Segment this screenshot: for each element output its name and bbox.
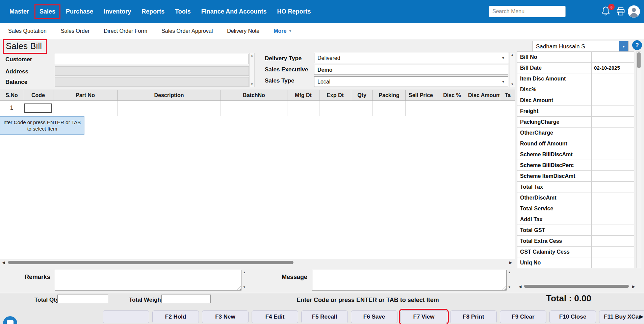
scroll-up-icon[interactable]: ▲ <box>243 271 246 274</box>
scroll-left-icon[interactable]: ◀ <box>519 284 521 289</box>
row-packing-cell[interactable] <box>373 101 406 116</box>
user-dropdown[interactable]: Sadham Hussain S ▼ <box>533 41 628 52</box>
f8-print-button[interactable]: F8 Print <box>450 310 497 323</box>
scroll-up-icon[interactable]: ▲ <box>251 53 254 58</box>
scroll-down-icon[interactable]: ▼ <box>511 82 514 87</box>
subnav-more[interactable]: More ▼ <box>274 28 292 34</box>
scroll-right-icon[interactable]: ▶ <box>632 284 635 289</box>
row-mfg-dt-cell[interactable] <box>287 101 319 116</box>
sales-type-select[interactable]: Local ▼ <box>314 76 508 87</box>
row-qty-cell[interactable] <box>351 101 373 116</box>
summary-field-label: Round off Amount <box>517 138 591 149</box>
sales-executive-field[interactable]: Demo <box>314 65 508 75</box>
row-part-no-cell[interactable] <box>53 101 118 116</box>
summary-field-label: Scheme BillDiscAmt <box>517 149 591 160</box>
notifications-button[interactable]: 3 <box>601 6 612 18</box>
nav-item-finance-and-accounts[interactable]: Finance And Accounts <box>197 5 271 18</box>
f3-new-button[interactable]: F3 New <box>202 310 249 323</box>
nav-item-reports[interactable]: Reports <box>137 5 169 18</box>
summary-field-label: Total Extra Cess <box>517 236 591 246</box>
chat-support-button[interactable] <box>3 316 18 324</box>
horizontal-scrollbar-thumb[interactable] <box>8 261 293 264</box>
items-table-header: S.No Code Part No Description BatchNo Mf… <box>0 90 515 101</box>
customer-input[interactable] <box>55 54 249 64</box>
row-tax-cell[interactable] <box>500 101 515 116</box>
row-disc-amount-cell[interactable] <box>468 101 500 116</box>
fkey-blank-button[interactable] <box>103 310 149 323</box>
remarks-textarea[interactable] <box>55 270 241 291</box>
f10-close-button[interactable]: F10 Close <box>549 310 596 323</box>
delivery-type-value: Delivered <box>317 55 340 61</box>
nav-item-inventory[interactable]: Inventory <box>100 5 135 18</box>
sales-executive-label: Sales Executive <box>265 66 308 73</box>
nav-item-ho-reports[interactable]: HO Reports <box>273 5 315 18</box>
f4-edit-button[interactable]: F4 Edit <box>252 310 298 323</box>
col-qty: Qty <box>351 90 373 100</box>
f9-clear-button[interactable]: F9 Clear <box>500 310 546 323</box>
row-batchno-cell[interactable] <box>221 101 287 116</box>
f7-view-button[interactable]: F7 View <box>401 310 447 323</box>
print-button[interactable] <box>616 7 625 17</box>
form-left-scrollbar[interactable]: ▲ ▼ <box>249 53 255 87</box>
scroll-down-icon[interactable]: ▼ <box>243 285 246 289</box>
f11-buy-xcart-button[interactable]: F11 Buy XCar <box>599 310 644 323</box>
f6-save-button[interactable]: F6 Save <box>351 310 397 323</box>
resize-handle-icon[interactable] <box>502 286 506 290</box>
chevron-down-icon: ▼ <box>501 56 505 60</box>
search-input[interactable] <box>489 6 566 17</box>
nav-item-purchase[interactable]: Purchase <box>62 5 97 18</box>
subnav-delivery-note[interactable]: Delivery Note <box>227 28 259 34</box>
nav-item-tools[interactable]: Tools <box>171 5 195 18</box>
scroll-up-icon[interactable]: ▲ <box>511 52 514 57</box>
printer-icon <box>616 7 625 16</box>
sales-type-label: Sales Type <box>265 77 294 84</box>
col-disc-pct: Disc % <box>436 90 468 100</box>
item-code-input[interactable] <box>24 103 52 113</box>
summary-row: Total Tax <box>517 182 634 192</box>
row-disc-pct-cell[interactable] <box>436 101 468 116</box>
row-sell-price-cell[interactable] <box>406 101 436 116</box>
delivery-type-label: Delivery Type <box>265 55 302 62</box>
col-code: Code <box>23 90 53 100</box>
subnav-sales-order[interactable]: Sales Order <box>61 28 89 34</box>
total-qty-input[interactable] <box>57 295 108 303</box>
total-weight-input[interactable] <box>161 295 211 303</box>
col-part-no: Part No <box>53 90 118 100</box>
nav-item-sales[interactable]: Sales <box>35 5 59 18</box>
summary-field-label: Bill No <box>517 52 591 62</box>
user-avatar[interactable] <box>627 5 640 19</box>
subnav-sales-order-approval[interactable]: Sales Order Approval <box>161 28 213 34</box>
subnav-sales-quotation[interactable]: Sales Quotation <box>8 28 47 34</box>
form-right-scrollbar[interactable]: ▲ ▼ <box>510 52 515 87</box>
subnav-direct-order-form[interactable]: Direct Order Form <box>104 28 147 34</box>
summary-hscrollbar-thumb[interactable] <box>524 285 629 288</box>
row-description-cell[interactable] <box>118 101 221 116</box>
summary-row: PackingCharge <box>517 117 634 128</box>
help-button[interactable]: ? <box>632 40 642 50</box>
scroll-up-icon[interactable]: ▲ <box>508 271 511 274</box>
delivery-type-select[interactable]: Delivered ▼ <box>314 53 508 63</box>
resize-handle-icon[interactable] <box>237 286 241 290</box>
summary-scrollbar-thumb[interactable] <box>637 52 641 68</box>
summary-row: Disc% <box>517 84 634 95</box>
f5-recall-button[interactable]: F5 Recall <box>301 310 348 323</box>
sales-type-value: Local <box>317 79 330 85</box>
row-exp-dt-cell[interactable] <box>319 101 351 116</box>
summary-field-label: Disc% <box>517 84 591 95</box>
summary-panel-scrollbar[interactable] <box>636 51 641 268</box>
total-weight-label: Total Weight <box>129 297 163 303</box>
summary-field-label: Addl Tax <box>517 214 591 225</box>
f2-hold-button[interactable]: F2 Hold <box>152 310 199 323</box>
summary-field-value <box>591 84 634 95</box>
scroll-down-icon[interactable]: ▼ <box>251 82 254 87</box>
scroll-right-icon[interactable]: ▶ <box>640 314 644 320</box>
col-disc-amount: Disc Amount <box>468 90 500 100</box>
summary-field-label: OtherDiscAmt <box>517 192 591 203</box>
scroll-left-icon[interactable]: ◀ <box>2 260 5 265</box>
message-textarea[interactable] <box>312 270 507 291</box>
nav-item-master[interactable]: Master <box>5 5 33 18</box>
scroll-down-icon[interactable]: ▼ <box>508 285 511 289</box>
scroll-right-icon[interactable]: ▶ <box>509 260 512 265</box>
dropdown-arrow-button[interactable]: ▼ <box>619 41 628 52</box>
summary-row: Uniq No <box>517 257 634 268</box>
